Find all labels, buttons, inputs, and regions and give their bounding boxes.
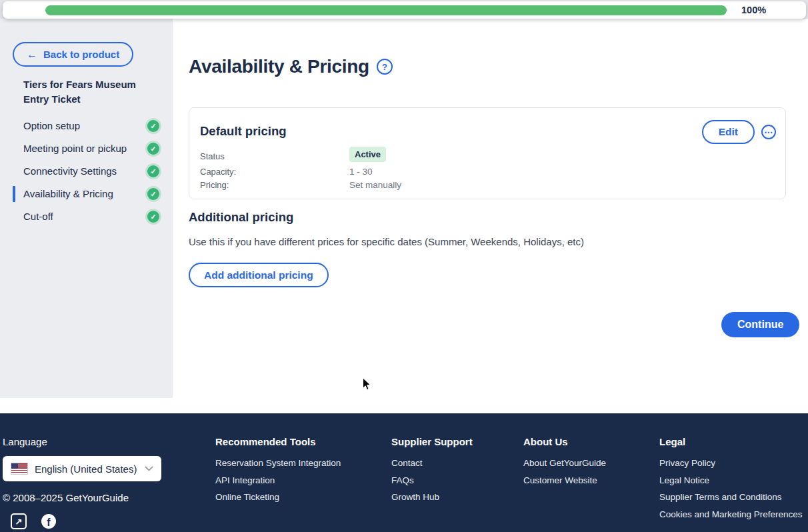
us-flag-icon [11, 463, 28, 475]
footer-column-title: Recommended Tools [215, 436, 341, 447]
more-options-button[interactable]: ⋯ [761, 125, 776, 139]
setup-steps-nav: Option setup ✓ Meeting point or pickup ✓… [0, 115, 173, 228]
progress-track: 100% [3, 1, 806, 19]
footer-column-about-us: About Us About GetYourGuide Customer Web… [523, 436, 606, 492]
footer-link-cookies-preferences[interactable]: Cookies and Marketing Preferences [659, 509, 803, 519]
add-additional-pricing-button[interactable]: Add additional pricing [189, 263, 329, 287]
footer-column-title: Supplier Support [391, 436, 473, 447]
footer-link-faqs[interactable]: FAQs [391, 475, 473, 485]
progress-header: 100% [0, 0, 808, 19]
footer-link-reservation-system-integration[interactable]: Reservation System Integration [215, 458, 341, 468]
footer-link-privacy-policy[interactable]: Privacy Policy [659, 458, 803, 468]
main-content: Availability & Pricing ? Default pricing… [173, 19, 808, 413]
check-icon: ✓ [147, 143, 159, 155]
footer-link-growth-hub[interactable]: Growth Hub [391, 492, 473, 502]
sidebar-item-connectivity-settings[interactable]: Connectivity Settings ✓ [0, 160, 173, 183]
setup-sidebar: ← Back to product Tiers for Fears Museum… [0, 19, 173, 398]
footer-link-customer-website[interactable]: Customer Website [523, 475, 606, 485]
footer-link-online-ticketing[interactable]: Online Ticketing [215, 492, 341, 502]
continue-button[interactable]: Continue [721, 312, 799, 337]
back-button-label: Back to product [43, 49, 119, 60]
sidebar-item-cut-off[interactable]: Cut-off ✓ [0, 205, 173, 228]
active-step-indicator [13, 186, 15, 202]
language-select[interactable]: English (United States) [3, 456, 161, 481]
help-icon[interactable]: ? [377, 59, 393, 75]
sidebar-item-availability-pricing[interactable]: Availability & Pricing ✓ [0, 183, 173, 205]
additional-pricing-title: Additional pricing [189, 210, 293, 225]
check-icon: ✓ [147, 188, 159, 200]
page-title: Availability & Pricing ? [189, 56, 393, 77]
sidebar-item-label: Cut-off [23, 209, 53, 224]
progress-bar-fill [45, 5, 727, 15]
footer-column-recommended-tools: Recommended Tools Reservation System Int… [215, 436, 341, 509]
additional-pricing-description: Use this if you have different prices fo… [189, 236, 584, 247]
chevron-down-icon [145, 466, 153, 471]
facebook-icon[interactable]: f [41, 514, 56, 529]
footer-link-supplier-terms[interactable]: Supplier Terms and Conditions [659, 492, 803, 502]
external-link-icon[interactable]: ↗ [11, 513, 27, 529]
footer-link-legal-notice[interactable]: Legal Notice [659, 475, 803, 485]
back-to-product-button[interactable]: ← Back to product [13, 42, 133, 67]
sidebar-item-label: Availability & Pricing [23, 187, 113, 201]
sidebar-item-label: Option setup [23, 119, 80, 133]
sidebar-item-option-setup[interactable]: Option setup ✓ [0, 115, 173, 137]
footer-link-contact[interactable]: Contact [391, 458, 473, 468]
pricing-label: Pricing: [200, 180, 229, 190]
footer-column-legal: Legal Privacy Policy Legal Notice Suppli… [659, 436, 803, 526]
copyright-text: © 2008–2025 GetYourGuide [3, 492, 129, 503]
status-label: Status [200, 151, 225, 161]
default-pricing-card: Default pricing Status Active Capacity: … [189, 107, 786, 199]
pricing-value: Set manually [349, 180, 401, 190]
capacity-value: 1 - 30 [349, 167, 373, 177]
check-icon: ✓ [147, 211, 159, 223]
footer-link-api-integration[interactable]: API Integration [215, 475, 341, 485]
progress-percent-label: 100% [741, 5, 766, 15]
capacity-label: Capacity: [200, 167, 236, 177]
footer-link-about-getyourguide[interactable]: About GetYourGuide [523, 458, 606, 468]
footer: Language English (United States) © 2008–… [0, 413, 808, 532]
page-title-text: Availability & Pricing [189, 56, 369, 77]
sidebar-item-meeting-point[interactable]: Meeting point or pickup ✓ [0, 137, 173, 160]
language-label: Language [3, 436, 47, 447]
footer-column-title: About Us [523, 436, 606, 447]
sidebar-item-label: Meeting point or pickup [23, 141, 127, 156]
sidebar-item-label: Connectivity Settings [23, 164, 117, 179]
back-arrow-icon: ← [27, 49, 37, 60]
product-title: Tiers for Fears Museum Entry Ticket [23, 77, 163, 107]
social-links: ↗ f [11, 513, 56, 529]
check-icon: ✓ [147, 120, 159, 132]
check-icon: ✓ [147, 165, 159, 177]
default-pricing-title: Default pricing [200, 124, 287, 139]
footer-column-supplier-support: Supplier Support Contact FAQs Growth Hub [391, 436, 473, 509]
edit-button[interactable]: Edit [702, 120, 755, 144]
footer-column-title: Legal [659, 436, 803, 447]
status-badge: Active [349, 147, 386, 162]
language-selected-value: English (United States) [35, 463, 137, 475]
